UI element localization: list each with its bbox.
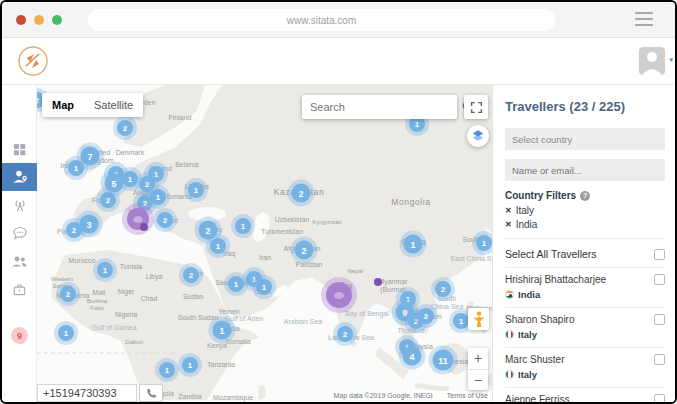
traveller-name: Marc Shuster	[505, 354, 564, 365]
url-text: www.sitata.com	[287, 15, 356, 26]
sidebar-item-dashboard[interactable]	[2, 135, 37, 163]
traveller-name: Hrishiraj Bhattacharjee	[505, 274, 606, 285]
map-cluster-marker[interactable]: 5	[105, 174, 124, 193]
map-cluster-marker[interactable]: 1	[159, 362, 175, 378]
traveller-name: Sharon Shapiro	[505, 314, 575, 325]
map-cluster-marker-selected[interactable]	[326, 282, 352, 308]
map-traveller-dot[interactable]	[140, 223, 148, 231]
map-cluster-marker[interactable]: 1	[453, 313, 469, 329]
map-cluster-marker[interactable]: 2	[199, 221, 218, 240]
sidebar-item-groups[interactable]	[2, 247, 37, 275]
traveller-name: Aienne Ferriss	[505, 394, 569, 402]
name-email-search-input[interactable]	[505, 159, 665, 181]
map-canvas[interactable]: SwedenFinlandRussiaDenmarkUnitedKingdomI…	[37, 85, 492, 402]
map-cluster-marker[interactable]: 1	[210, 238, 226, 254]
map-cluster-marker[interactable]: 1	[404, 235, 423, 254]
call-button[interactable]	[139, 384, 163, 402]
sidebar-item-trips[interactable]	[2, 275, 37, 303]
browser-bar: www.sitata.com	[2, 2, 675, 38]
map-cluster-marker[interactable]: 1	[97, 262, 113, 278]
country-filter-item: ✕India	[505, 219, 665, 230]
layers-button[interactable]	[467, 125, 489, 147]
map-cluster-marker[interactable]: 2	[435, 281, 451, 297]
map-search-input[interactable]	[302, 101, 460, 113]
zoom-in-button[interactable]: +	[468, 348, 488, 370]
person-pin-icon	[11, 168, 29, 186]
minimize-window-button[interactable]	[34, 15, 44, 25]
map-cluster-marker[interactable]: 2	[66, 222, 82, 238]
select-all-checkbox[interactable]	[654, 249, 665, 260]
map-cluster-marker[interactable]: 3	[80, 215, 99, 234]
map-traveller-dot[interactable]	[374, 278, 382, 286]
map-cluster-marker[interactable]: 1	[182, 357, 198, 373]
map-cluster-marker[interactable]: 1	[228, 276, 244, 292]
panel-title: Travellers (23 / 225)	[505, 99, 665, 114]
street-view-pegman-button[interactable]	[468, 308, 489, 330]
map-cluster-marker[interactable]: 11	[433, 350, 454, 371]
travellers-list: Hrishiraj BhattacharjeeIndiaSharon Shapi…	[505, 267, 665, 402]
zoom-out-button[interactable]: −	[468, 370, 488, 391]
map-cluster-marker[interactable]: 4	[403, 347, 422, 366]
fullscreen-button[interactable]	[464, 95, 488, 119]
user-avatar[interactable]	[639, 47, 665, 75]
traveller-row[interactable]: Aienne FerrissItaly	[505, 387, 665, 402]
map-cluster-marker[interactable]: 2	[60, 286, 76, 302]
traveller-country: Italy	[505, 329, 575, 340]
app-header: ▾	[2, 38, 675, 85]
india-flag-icon	[505, 290, 514, 299]
sitata-logo-icon[interactable]	[16, 44, 50, 82]
briefcase-icon	[12, 282, 27, 297]
traveller-checkbox[interactable]	[654, 394, 665, 402]
map-cluster-marker[interactable]: 2	[337, 326, 353, 342]
italy-flag-icon	[505, 330, 514, 339]
traveller-country: Italy	[505, 369, 564, 380]
filter-country-name: Italy	[516, 205, 534, 216]
map-cluster-marker[interactable]: 1	[122, 171, 138, 187]
map-cluster-marker[interactable]: 2	[117, 120, 133, 136]
map-cluster-marker[interactable]: 1	[213, 321, 232, 340]
map-cluster-marker[interactable]: 2	[292, 184, 311, 203]
map-cluster-marker[interactable]: 1	[235, 218, 251, 234]
map-cluster-marker[interactable]: 7	[81, 147, 100, 166]
account-menu-caret-icon[interactable]: ▾	[669, 56, 673, 64]
map-cluster-marker[interactable]: 1	[188, 182, 204, 198]
address-bar[interactable]: www.sitata.com	[88, 9, 555, 31]
traveller-row[interactable]: Hrishiraj BhattacharjeeIndia	[505, 267, 665, 307]
sidebar-item-messages[interactable]	[2, 219, 37, 247]
active-filters-list: ✕Italy✕India	[505, 205, 665, 230]
traveller-checkbox[interactable]	[654, 314, 665, 325]
remove-filter-icon[interactable]: ✕	[505, 220, 512, 229]
map-cluster-marker[interactable]: 2	[418, 308, 434, 324]
traveller-checkbox[interactable]	[654, 274, 665, 285]
map-type-map-button[interactable]: Map	[42, 93, 84, 117]
sidebar-item-travellers-map[interactable]	[2, 163, 37, 191]
traveller-row[interactable]: Sharon ShapiroItaly	[505, 307, 665, 347]
map-cluster-marker[interactable]: 2	[295, 241, 314, 260]
map-cluster-marker[interactable]: 1	[58, 325, 74, 341]
map-type-satellite-button[interactable]: Satellite	[84, 93, 143, 117]
map-cluster-marker[interactable]: 2	[100, 192, 116, 208]
map-cluster-marker[interactable]: 2	[183, 267, 199, 283]
sidebar-item-broadcasts[interactable]	[2, 191, 37, 219]
traveller-row[interactable]: Marc ShusterItaly	[505, 347, 665, 387]
phone-number-input[interactable]	[37, 384, 137, 402]
map-cluster-marker[interactable]: 1	[256, 279, 272, 295]
map-search-box	[302, 95, 457, 119]
remove-filter-icon[interactable]: ✕	[505, 206, 512, 215]
traveller-checkbox[interactable]	[654, 354, 665, 365]
map-cluster-marker[interactable]: 1	[68, 160, 84, 176]
terms-of-use-link[interactable]: Terms of Use	[447, 392, 488, 399]
travellers-panel: Travellers (23 / 225) Select country Cou…	[492, 85, 675, 402]
sidebar-item-support[interactable]: 9	[2, 323, 37, 351]
map-cluster-marker[interactable]: 1	[476, 235, 492, 251]
select-all-row: Select All Travellers	[505, 238, 665, 267]
browser-menu-icon[interactable]	[635, 12, 653, 26]
maximize-window-button[interactable]	[52, 15, 62, 25]
help-icon[interactable]: ?	[580, 191, 590, 201]
traveller-country: India	[505, 289, 606, 300]
country-filter-item: ✕Italy	[505, 205, 665, 216]
close-window-button[interactable]	[16, 15, 26, 25]
map-landmass-graphic	[37, 85, 492, 400]
map-cluster-marker[interactable]: 2	[157, 212, 173, 228]
select-country-dropdown[interactable]: Select country	[505, 128, 665, 150]
